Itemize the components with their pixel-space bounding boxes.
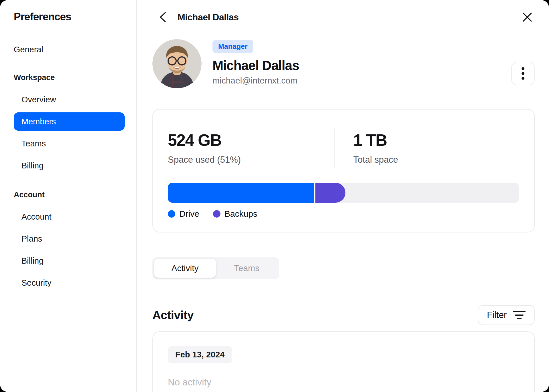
no-activity-text: No activity <box>168 377 519 388</box>
tab-activity[interactable]: Activity <box>154 259 216 278</box>
sidebar-item-members[interactable]: Members <box>14 112 125 131</box>
storage-progress-bar <box>168 183 519 203</box>
drive-dot-icon <box>168 210 175 218</box>
activity-card: Feb 13, 2024 No activity <box>152 331 535 392</box>
filter-button-label: Filter <box>487 310 507 320</box>
sidebar: Preferences General Workspace Overview M… <box>0 0 137 392</box>
sidebar-item-billing-account[interactable]: Billing <box>14 252 125 270</box>
avatar <box>152 39 202 88</box>
storage-legend: Drive Backups <box>168 209 519 219</box>
sidebar-item-overview[interactable]: Overview <box>14 90 125 109</box>
total-space-value: 1 TB <box>353 131 520 150</box>
member-name: Michael Dallas <box>212 58 299 73</box>
space-used-value: 524 GB <box>168 131 334 150</box>
kebab-menu-icon <box>521 67 525 80</box>
date-badge: Feb 13, 2024 <box>168 346 232 363</box>
panel-header: Michael Dallas <box>152 11 535 23</box>
member-avatar-image <box>152 39 202 88</box>
profile-info: Manager Michael Dallas michael@internxt.… <box>212 39 299 88</box>
drive-legend-label: Drive <box>179 209 199 219</box>
filter-icon <box>513 311 526 320</box>
back-button[interactable] <box>156 11 169 23</box>
member-profile: Manager Michael Dallas michael@internxt.… <box>152 39 535 88</box>
backups-segment <box>315 183 345 203</box>
drive-segment <box>168 183 315 203</box>
legend-item-drive: Drive <box>168 209 199 219</box>
sidebar-item-billing-workspace[interactable]: Billing <box>14 156 125 175</box>
total-space-stat: 1 TB Total space <box>335 131 520 165</box>
sidebar-section-workspace: Workspace <box>14 68 125 87</box>
backups-dot-icon <box>213 210 220 218</box>
page-title: Michael Dallas <box>178 12 239 23</box>
filter-button[interactable]: Filter <box>478 305 535 325</box>
chevron-left-icon <box>159 11 166 23</box>
space-used-label: Space used (51%) <box>168 155 334 165</box>
storage-card: 524 GB Space used (51%) 1 TB Total space… <box>152 109 535 232</box>
sidebar-item-general[interactable]: General <box>14 40 125 59</box>
legend-item-backups: Backups <box>213 209 257 219</box>
close-icon <box>522 12 532 22</box>
sidebar-item-security[interactable]: Security <box>14 274 125 292</box>
activity-heading: Activity <box>152 309 194 322</box>
role-badge: Manager <box>212 40 253 53</box>
sidebar-section-account: Account <box>14 186 125 204</box>
tab-switcher: Activity Teams <box>152 257 279 279</box>
sidebar-nav: General Workspace Overview Members Teams… <box>14 40 125 292</box>
sidebar-title: Preferences <box>14 11 125 23</box>
storage-stats: 524 GB Space used (51%) 1 TB Total space <box>168 128 519 168</box>
sidebar-item-plans[interactable]: Plans <box>14 230 125 248</box>
total-space-label: Total space <box>353 155 520 165</box>
close-button[interactable] <box>521 11 534 23</box>
tab-teams[interactable]: Teams <box>216 259 278 278</box>
sidebar-item-account[interactable]: Account <box>14 208 125 226</box>
activity-header: Activity Filter <box>152 305 535 325</box>
space-used-stat: 524 GB Space used (51%) <box>168 131 334 165</box>
member-detail-panel: Michael Dallas <box>137 0 549 392</box>
preferences-modal: Preferences General Workspace Overview M… <box>0 0 549 392</box>
member-email: michael@internxt.com <box>212 76 299 85</box>
backups-legend-label: Backups <box>224 209 257 219</box>
sidebar-item-teams[interactable]: Teams <box>14 134 125 153</box>
more-options-button[interactable] <box>511 62 535 85</box>
